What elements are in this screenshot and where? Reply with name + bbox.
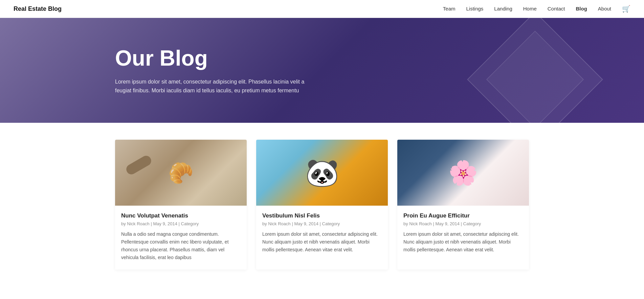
card-text-0: Nulla a odio sed magna congue condimentu… <box>121 230 241 261</box>
card-title-1: Vestibulum Nisl Felis <box>262 212 382 219</box>
card-image-0 <box>115 140 247 206</box>
hero-section: Our Blog Lorem ipsum dolor sit amet, con… <box>0 18 644 123</box>
nav-link-blog[interactable]: Blog <box>576 6 587 12</box>
card-body-0: Nunc Volutpat Venenatis by Nick Roach | … <box>115 206 247 270</box>
nav-item-about[interactable]: About <box>598 6 611 12</box>
nav-link-about[interactable]: About <box>598 6 611 12</box>
nav-link-listings[interactable]: Listings <box>466 6 484 12</box>
navbar: Real Estate Blog Team Listings Landing H… <box>0 0 644 18</box>
nav-item-landing[interactable]: Landing <box>494 6 512 12</box>
cart-icon[interactable]: 🛒 <box>622 5 630 13</box>
nav-item-blog[interactable]: Blog <box>576 6 587 12</box>
card-body-1: Vestibulum Nisl Felis by Nick Roach | Ma… <box>256 206 388 262</box>
card-image-1 <box>256 140 388 206</box>
card-title-2: Proin Eu Augue Efficitur <box>403 212 523 219</box>
nav-item-contact[interactable]: Contact <box>548 6 565 12</box>
nav-item-home[interactable]: Home <box>523 6 537 12</box>
card-body-2: Proin Eu Augue Efficitur by Nick Roach |… <box>397 206 529 262</box>
blog-card[interactable]: Nunc Volutpat Venenatis by Nick Roach | … <box>115 140 247 270</box>
card-meta-2: by Nick Roach | May 9, 2014 | Category <box>403 221 523 226</box>
blog-grid: Nunc Volutpat Venenatis by Nick Roach | … <box>115 140 529 270</box>
hero-title: Our Blog <box>115 46 529 71</box>
nav-links: Team Listings Landing Home Contact Blog … <box>443 5 630 13</box>
blog-card[interactable]: Proin Eu Augue Efficitur by Nick Roach |… <box>397 140 529 270</box>
nav-link-team[interactable]: Team <box>443 6 456 12</box>
card-meta-1: by Nick Roach | May 9, 2014 | Category <box>262 221 382 226</box>
nav-link-landing[interactable]: Landing <box>494 6 512 12</box>
nav-item-team[interactable]: Team <box>443 6 456 12</box>
card-meta-0: by Nick Roach | May 9, 2014 | Category <box>121 221 241 226</box>
site-logo[interactable]: Real Estate Blog <box>14 5 62 13</box>
card-text-2: Lorem ipsum dolor sit amet, consectetur … <box>403 230 523 254</box>
cart-item[interactable]: 🛒 <box>622 5 630 13</box>
card-title-0: Nunc Volutpat Venenatis <box>121 212 241 219</box>
nav-item-listings[interactable]: Listings <box>466 6 484 12</box>
blog-card[interactable]: Vestibulum Nisl Felis by Nick Roach | Ma… <box>256 140 388 270</box>
blog-section: Nunc Volutpat Venenatis by Nick Roach | … <box>0 123 644 290</box>
nav-link-home[interactable]: Home <box>523 6 537 12</box>
hero-description: Lorem ipsum dolor sit amet, consectetur … <box>115 77 305 95</box>
nav-link-contact[interactable]: Contact <box>548 6 565 12</box>
card-text-1: Lorem ipsum dolor sit amet, consectetur … <box>262 230 382 254</box>
card-image-2 <box>397 140 529 206</box>
